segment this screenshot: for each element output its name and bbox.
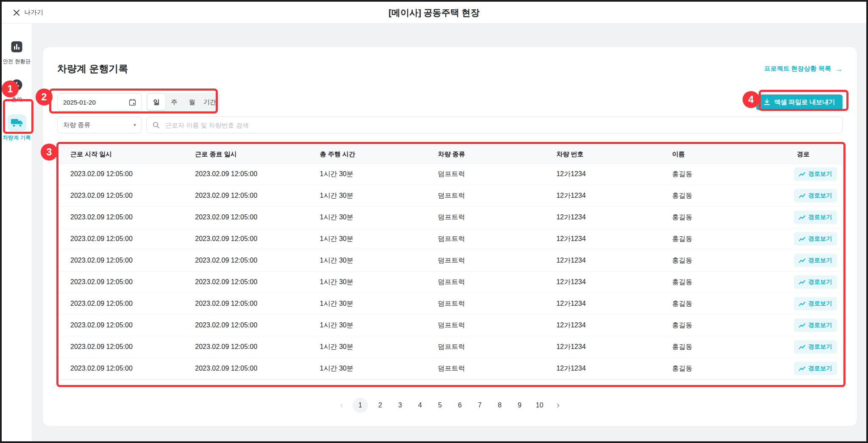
range-tabs: 일주월기간 — [146, 93, 220, 111]
cell-drive-time: 1시간 30분 — [307, 364, 426, 373]
date-value: 2025-01-20 — [63, 99, 96, 106]
cell-driver-name: 홍길동 — [659, 343, 784, 352]
cell-work-end: 2023.02.09 12:05:00 — [182, 365, 307, 372]
page-button-10[interactable]: 10 — [532, 398, 547, 413]
line-chart-icon — [799, 172, 805, 177]
view-route-label: 경로보기 — [808, 365, 832, 372]
line-chart-icon — [799, 258, 805, 263]
sidebar-item-attendance[interactable]: 출역 — [2, 76, 32, 103]
cell-drive-time: 1시간 30분 — [307, 235, 426, 244]
page-button-6[interactable]: 6 — [452, 398, 467, 413]
cell-driver-name: 홍길동 — [659, 299, 784, 308]
view-route-button[interactable]: 경로보기 — [794, 340, 837, 354]
cell-drive-time: 1시간 30분 — [307, 191, 426, 200]
table-row: 2023.02.09 12:05:00 2023.02.09 12:05:00 … — [58, 228, 842, 250]
main-area: 차량계 운행기록 프로젝트 현장상황 목록 → 2025-01-20 — [32, 24, 866, 441]
view-route-button[interactable]: 경로보기 — [794, 362, 837, 375]
project-status-list-link[interactable]: 프로젝트 현장상황 목록 → — [764, 65, 843, 73]
cell-driver-name: 홍길동 — [659, 191, 784, 200]
range-tab-3[interactable]: 기간 — [201, 94, 219, 110]
vehicle-type-label: 차량 종류 — [63, 121, 90, 129]
cell-driver-name: 홍길동 — [659, 364, 784, 373]
vehicle-log-card: 차량계 운행기록 프로젝트 현장상황 목록 → 2025-01-20 — [42, 47, 857, 426]
excel-export-button[interactable]: 엑셀 파일로 내보내기 — [756, 94, 843, 110]
cell-work-end: 2023.02.09 12:05:00 — [182, 170, 307, 178]
page-button-4[interactable]: 4 — [412, 398, 428, 413]
view-route-button[interactable]: 경로보기 — [794, 254, 837, 267]
table-row: 2023.02.09 12:05:00 2023.02.09 12:05:00 … — [58, 293, 842, 315]
cell-vehicle-type: 덤프트럭 — [425, 343, 544, 352]
cell-work-start: 2023.02.09 12:05:00 — [58, 257, 182, 264]
range-tab-2[interactable]: 월 — [183, 94, 201, 110]
cell-vehicle-type: 덤프트럭 — [425, 278, 544, 287]
view-route-button[interactable]: 경로보기 — [794, 297, 837, 310]
page-button-8[interactable]: 8 — [492, 398, 507, 413]
cell-work-start: 2023.02.09 12:05:00 — [58, 278, 182, 286]
cell-vehicle-type: 덤프트럭 — [425, 170, 544, 179]
cell-work-start: 2023.02.09 12:05:00 — [58, 365, 182, 372]
page-button-7[interactable]: 7 — [472, 398, 487, 413]
page-button-1[interactable]: 1 — [353, 398, 368, 413]
view-route-button[interactable]: 경로보기 — [794, 275, 837, 289]
cell-work-end: 2023.02.09 12:05:00 — [182, 343, 307, 351]
view-route-button[interactable]: 경로보기 — [794, 167, 837, 181]
cell-driver-name: 홍길동 — [659, 170, 784, 179]
cell-driver-name: 홍길동 — [659, 213, 784, 222]
line-chart-icon — [799, 302, 805, 306]
page-button-5[interactable]: 5 — [432, 398, 448, 413]
cell-drive-time: 1시간 30분 — [307, 299, 426, 308]
exit-button[interactable]: 나가기 — [14, 8, 43, 17]
app-window: 나가기 [메이사] 공동주택 현장 안전 현황판 — [0, 0, 868, 443]
view-route-button[interactable]: 경로보기 — [794, 210, 837, 224]
range-tab-1[interactable]: 주 — [165, 94, 183, 110]
view-route-button[interactable]: 경로보기 — [794, 318, 837, 332]
page-button-9[interactable]: 9 — [512, 398, 527, 413]
cell-work-end: 2023.02.09 12:05:00 — [182, 192, 307, 199]
range-tab-0[interactable]: 일 — [147, 94, 165, 110]
prev-page-button[interactable]: ‹ — [335, 398, 348, 413]
cell-vehicle-type: 덤프트럭 — [425, 235, 544, 244]
cell-driver-name: 홍길동 — [659, 256, 784, 265]
view-route-button[interactable]: 경로보기 — [794, 232, 837, 246]
search-field[interactable] — [146, 116, 843, 133]
cell-vehicle-type: 덤프트럭 — [425, 299, 544, 308]
cell-vehicle-type: 덤프트럭 — [425, 213, 544, 222]
line-chart-icon — [799, 194, 805, 198]
cell-work-start: 2023.02.09 12:05:00 — [58, 321, 182, 329]
table-header: 근로 시작 일시근로 종료 일시총 주행 시간차량 종류차량 번호이름경로 — [58, 146, 842, 163]
sidebar-item-vehicle-records[interactable]: 차량계 기록 — [2, 114, 32, 141]
cell-drive-time: 1시간 30분 — [307, 321, 426, 330]
bar-chart-icon — [8, 38, 26, 55]
cell-drive-time: 1시간 30분 — [307, 343, 426, 352]
view-route-label: 경로보기 — [808, 257, 832, 264]
line-chart-icon — [799, 237, 805, 241]
next-page-button[interactable]: › — [552, 398, 565, 413]
date-picker-input[interactable]: 2025-01-20 — [57, 93, 142, 111]
table-body: 2023.02.09 12:05:00 2023.02.09 12:05:00 … — [58, 163, 842, 379]
clock-icon — [8, 76, 26, 93]
pagination: ‹12345678910› — [57, 398, 843, 413]
search-input[interactable] — [164, 121, 836, 129]
cell-driver-name: 홍길동 — [659, 235, 784, 244]
sidebar-item-safety-dashboard[interactable]: 안전 현황판 — [2, 38, 32, 65]
page-button-3[interactable]: 3 — [392, 398, 408, 413]
table-row: 2023.02.09 12:05:00 2023.02.09 12:05:00 … — [58, 250, 842, 271]
view-route-label: 경로보기 — [808, 170, 832, 178]
table-row: 2023.02.09 12:05:00 2023.02.09 12:05:00 … — [58, 185, 842, 207]
truck-icon — [8, 114, 26, 131]
table-row: 2023.02.09 12:05:00 2023.02.09 12:05:00 … — [58, 336, 842, 358]
sidebar-item-label: 출역 — [11, 96, 22, 103]
cell-work-end: 2023.02.09 12:05:00 — [182, 321, 307, 329]
cell-vehicle-no: 12가1234 — [544, 321, 659, 330]
view-route-button[interactable]: 경로보기 — [794, 189, 837, 202]
cell-vehicle-type: 덤프트럭 — [425, 321, 544, 330]
cell-work-start: 2023.02.09 12:05:00 — [58, 235, 182, 243]
table-row: 2023.02.09 12:05:00 2023.02.09 12:05:00 … — [58, 207, 842, 228]
cell-drive-time: 1시간 30분 — [307, 170, 426, 179]
vehicle-type-select[interactable]: 차량 종류 ▾ — [57, 116, 142, 133]
cell-work-start: 2023.02.09 12:05:00 — [58, 343, 182, 351]
line-chart-icon — [799, 366, 805, 371]
page-button-2[interactable]: 2 — [373, 398, 388, 413]
column-header: 근로 종료 일시 — [182, 150, 307, 158]
cell-work-start: 2023.02.09 12:05:00 — [58, 213, 182, 221]
